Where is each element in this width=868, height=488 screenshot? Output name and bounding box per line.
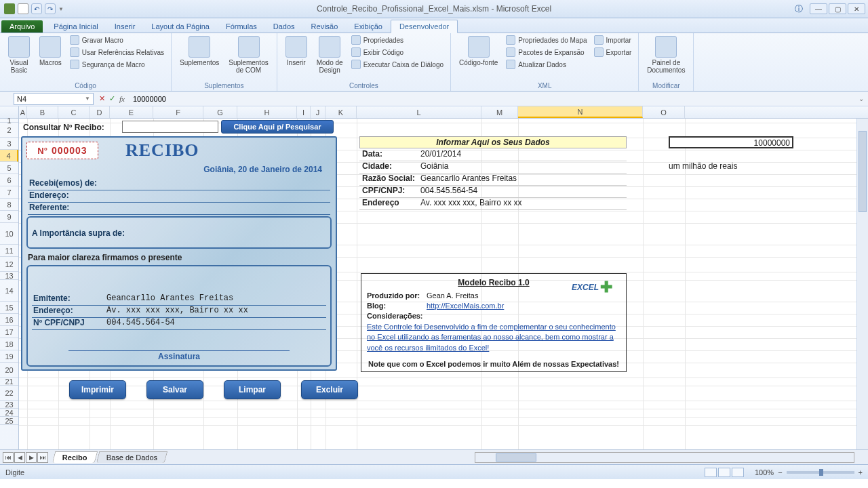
row-header-18[interactable]: 18	[0, 338, 18, 350]
col-header-I[interactable]: I	[297, 106, 311, 118]
col-header-K[interactable]: K	[326, 106, 357, 118]
view-layout-icon[interactable]	[718, 468, 730, 477]
horizontal-scrollbar[interactable]	[475, 452, 854, 463]
close-button[interactable]: ✕	[848, 3, 865, 14]
minimize-button[interactable]: —	[810, 3, 827, 14]
row-header-3[interactable]: 3	[0, 138, 18, 150]
formula-input[interactable]	[129, 95, 739, 103]
importar-button[interactable]: Importar	[593, 35, 633, 45]
tab-pagina-inicial[interactable]: Página Inicial	[45, 20, 106, 33]
cancel-icon[interactable]: ✕	[99, 94, 105, 103]
row-header-13[interactable]: 13	[0, 272, 18, 280]
sheet-tab-base-dados[interactable]: Base de Dados	[96, 451, 167, 463]
zoom-slider[interactable]	[787, 471, 854, 474]
ref-relativas-button[interactable]: Usar Referências Relativas	[68, 47, 165, 58]
tab-prev-icon[interactable]: ◀	[14, 452, 25, 463]
macros-button[interactable]: Macros	[37, 35, 64, 68]
selected-cell-n4[interactable]: 10000000	[669, 136, 793, 148]
row-header-17[interactable]: 17	[0, 326, 18, 338]
redo-icon[interactable]: ↷	[45, 3, 56, 14]
info-data-value[interactable]: 20/01/2014	[418, 149, 461, 161]
col-header-D[interactable]: D	[90, 106, 110, 118]
col-header-N[interactable]: N	[518, 106, 643, 118]
consultar-input[interactable]	[122, 121, 218, 133]
atualizar-dados-button[interactable]: Atualizar Dados	[505, 59, 588, 70]
tab-inserir[interactable]: Inserir	[106, 20, 144, 33]
gravar-macro-button[interactable]: Gravar Macro	[68, 35, 165, 45]
col-header-H[interactable]: H	[237, 106, 297, 118]
tab-revisao[interactable]: Revisão	[303, 20, 347, 33]
excluir-button[interactable]: Excluir	[301, 380, 358, 399]
col-header-F[interactable]: F	[153, 106, 203, 118]
cells-area[interactable]: Consultar Nº Recibo: Clique Aqui p/ Pesq…	[19, 119, 868, 449]
col-header-C[interactable]: C	[58, 106, 90, 118]
row-header-6[interactable]: 6	[0, 174, 18, 186]
col-header-G[interactable]: G	[203, 106, 237, 118]
info-razao-value[interactable]: Geancarllo Arantes Freitas	[418, 174, 517, 185]
col-header-O[interactable]: O	[643, 106, 685, 118]
col-header-A[interactable]: A	[19, 106, 27, 118]
modelo-blog-link[interactable]: http://ExcelMais.com.br	[427, 302, 504, 310]
qat-dropdown-icon[interactable]: ▼	[58, 6, 64, 12]
hscroll-thumb[interactable]	[496, 453, 536, 462]
row-header-11[interactable]: 11	[0, 245, 18, 257]
view-normal-icon[interactable]	[705, 468, 717, 477]
row-header-21[interactable]: 21	[0, 378, 18, 386]
row-header-19[interactable]: 19	[0, 350, 18, 363]
pesquisar-button[interactable]: Clique Aqui p/ Pesquisar	[221, 120, 334, 134]
col-header-M[interactable]: M	[481, 106, 518, 118]
prop-mapa-button[interactable]: Propriedades do Mapa	[505, 35, 588, 45]
tab-desenvolvedor[interactable]: Desenvolvedor	[391, 20, 458, 33]
col-header-E[interactable]: E	[110, 106, 153, 118]
imprimir-button[interactable]: Imprimir	[69, 380, 126, 399]
enter-icon[interactable]: ✓	[109, 94, 115, 103]
row-header-23[interactable]: 23	[0, 401, 18, 409]
sheet-tab-recibo[interactable]: Recibo	[52, 451, 98, 463]
row-header-12[interactable]: 12	[0, 257, 18, 272]
suplementos-button[interactable]: Suplementos	[177, 35, 222, 68]
tab-next-icon[interactable]: ▶	[26, 452, 37, 463]
maximize-button[interactable]: ▢	[829, 3, 846, 14]
visual-basic-button[interactable]: Visual Basic	[5, 35, 33, 75]
vscroll-thumb[interactable]	[859, 131, 867, 212]
name-box[interactable]: N4▼	[14, 93, 94, 105]
row-header-22[interactable]: 22	[0, 386, 18, 401]
zoom-in-icon[interactable]: +	[859, 468, 863, 476]
row-header-15[interactable]: 15	[0, 302, 18, 314]
row-header-24[interactable]: 24	[0, 409, 18, 417]
undo-icon[interactable]: ↶	[31, 3, 42, 14]
row-header-25[interactable]: 25	[0, 417, 18, 425]
suplementos-com-button[interactable]: Suplementos de COM	[226, 35, 271, 75]
col-header-J[interactable]: J	[311, 106, 326, 118]
limpar-button[interactable]: Limpar	[224, 380, 281, 399]
executar-dialogo-button[interactable]: Executar Caixa de Diálogo	[350, 59, 445, 70]
salvar-button[interactable]: Salvar	[146, 380, 203, 399]
propriedades-button[interactable]: Propriedades	[350, 35, 445, 45]
codigo-fonte-button[interactable]: Código-fonte	[456, 35, 500, 68]
seguranca-macro-button[interactable]: Segurança de Macro	[68, 59, 165, 70]
col-header-L[interactable]: L	[357, 106, 481, 118]
modo-design-button[interactable]: Modo de Design	[314, 35, 346, 75]
row-header-10[interactable]: 10	[0, 223, 18, 245]
tab-formulas[interactable]: Fórmulas	[218, 20, 265, 33]
exportar-button[interactable]: Exportar	[593, 47, 633, 58]
row-header-2[interactable]: 2	[0, 123, 18, 138]
formula-bar-expand-icon[interactable]: ⌄	[859, 95, 864, 102]
zoom-thumb[interactable]	[819, 469, 823, 476]
row-header-4[interactable]: 4	[0, 150, 18, 162]
row-header-8[interactable]: 8	[0, 199, 18, 211]
info-cidade-value[interactable]: Goiânia	[418, 161, 448, 173]
row-header-16[interactable]: 16	[0, 314, 18, 326]
zoom-out-icon[interactable]: −	[778, 468, 782, 476]
col-header-B[interactable]: B	[27, 106, 58, 118]
row-header-9[interactable]: 9	[0, 211, 18, 223]
tab-dados[interactable]: Dados	[265, 20, 303, 33]
row-header-5[interactable]: 5	[0, 162, 18, 174]
painel-documentos-button[interactable]: Painel de Documentos	[644, 35, 688, 75]
info-cpf-value[interactable]: 004.545.564-54	[418, 186, 477, 197]
info-endereco-value[interactable]: Av. xxx xxx xxx, Bairro xx xx	[418, 198, 522, 209]
row-header-14[interactable]: 14	[0, 280, 18, 302]
namebox-dropdown-icon[interactable]: ▼	[85, 96, 90, 102]
pacotes-expansao-button[interactable]: Pacotes de Expansão	[505, 47, 588, 58]
inserir-controle-button[interactable]: Inserir	[283, 35, 310, 68]
